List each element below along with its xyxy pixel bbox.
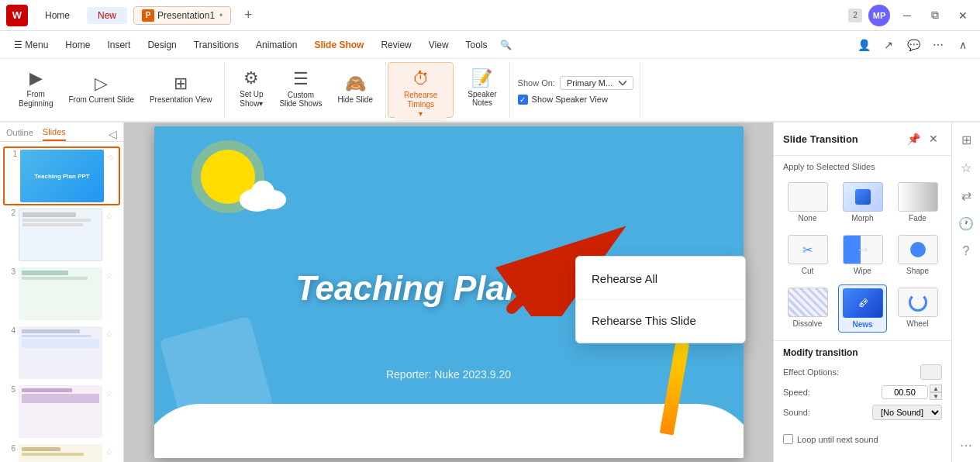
- set-up-show-button[interactable]: ⚙ Set Up Show▾: [233, 65, 270, 112]
- slide-item[interactable]: 5 ☆: [3, 384, 120, 440]
- star-icon[interactable]: ☆: [955, 157, 977, 178]
- rehearse-dropdown-menu: Rehearse All Rehearse This Slide: [575, 256, 746, 343]
- canvas-area: Teaching Plan PPT Reporter: Nuke 2023.9.…: [124, 122, 773, 462]
- collapse-panel-button[interactable]: ◁: [109, 128, 117, 140]
- slide-star-icon: ☆: [105, 212, 113, 222]
- slide-item[interactable]: 1 Teaching Plan PPT ☆: [3, 147, 120, 205]
- tab-outline[interactable]: Outline: [6, 128, 33, 140]
- loop-checkbox[interactable]: [783, 434, 793, 444]
- custom-shows-icon: ☰: [293, 69, 309, 89]
- menu-item-tools[interactable]: Tools: [458, 36, 495, 53]
- menu-item-menu[interactable]: ☰ Menu: [6, 36, 56, 53]
- search-icon[interactable]: 🔍: [500, 40, 512, 50]
- checkmark-icon: ✓: [519, 95, 526, 104]
- menu-item-insert[interactable]: Insert: [99, 36, 138, 53]
- close-panel-button[interactable]: ✕: [925, 130, 942, 147]
- filter-icon[interactable]: ⇄: [955, 184, 977, 206]
- file-tab[interactable]: P Presentation1 •: [133, 6, 231, 25]
- add-tab[interactable]: +: [237, 5, 259, 26]
- sound-dropdown[interactable]: [No Sound]: [872, 405, 942, 420]
- transition-wipe[interactable]: → Wipe: [838, 232, 887, 278]
- transition-fade-thumb: [898, 182, 938, 212]
- loop-label: Loop until next sound: [797, 435, 878, 444]
- speaker-view-label: Show Speaker View: [532, 95, 608, 104]
- speed-up-button[interactable]: ▲: [930, 384, 942, 392]
- transition-shape-thumb: [898, 235, 938, 264]
- transition-wheel[interactable]: Wheel: [893, 284, 942, 333]
- title-bar-left: W Home New P Presentation1 • +: [6, 5, 848, 26]
- apply-to-label: Apply to Selected Slides: [774, 156, 951, 174]
- slide-number: 3: [5, 267, 16, 276]
- slide-item[interactable]: 4 ☆: [3, 325, 120, 381]
- wipe-arrow-icon: →: [857, 243, 869, 257]
- transition-fade[interactable]: Fade: [893, 179, 942, 226]
- tab-home[interactable]: Home: [34, 7, 81, 24]
- history-icon[interactable]: 🕐: [955, 212, 977, 234]
- dropdown-divider: [576, 299, 745, 300]
- presentation-view-button[interactable]: ⊞ Presentation View: [143, 71, 218, 107]
- transition-none[interactable]: None: [783, 179, 832, 226]
- effect-options-row: Effect Options:: [783, 364, 942, 380]
- tab-slides[interactable]: Slides: [43, 127, 66, 141]
- comment-icon[interactable]: 💬: [902, 34, 924, 56]
- speed-row: Speed: ▲ ▼: [783, 384, 942, 400]
- from-current-button[interactable]: ▷ From Current Slide: [62, 71, 140, 107]
- show-on-dropdown[interactable]: Primary M...: [560, 76, 633, 90]
- transition-none-label: None: [799, 214, 817, 222]
- rehearse-this-slide-item[interactable]: Rehearse This Slide: [576, 303, 745, 338]
- custom-slide-shows-button[interactable]: ☰ CustomSlide Shows: [273, 66, 328, 111]
- menu-item-home[interactable]: Home: [57, 36, 98, 53]
- help-icon[interactable]: ?: [955, 240, 977, 262]
- effect-options-label: Effect Options:: [783, 367, 839, 377]
- loop-row: Loop until next sound: [774, 431, 951, 447]
- slide-item[interactable]: 6 ☆: [3, 443, 120, 462]
- ribbon-group-setup: ⚙ Set Up Show▾ ☰ CustomSlide Shows 🙈 Hid…: [226, 62, 386, 118]
- from-beginning-button[interactable]: ▶ From Beginning: [12, 65, 59, 112]
- slide-item[interactable]: 2 ☆: [3, 207, 120, 263]
- presentation-view-icon: ⊞: [174, 74, 188, 94]
- menu-item-transitions[interactable]: Transitions: [186, 36, 247, 53]
- pin-panel-button[interactable]: 📌: [905, 130, 922, 147]
- speed-down-button[interactable]: ▼: [930, 392, 942, 400]
- transition-shape[interactable]: Shape: [893, 232, 942, 278]
- rehearse-all-item[interactable]: Rehearse All: [576, 261, 745, 296]
- ribbon-group-timings: ⏱ Rehearse Timings ▾: [388, 62, 454, 118]
- more-icon[interactable]: ⋯: [927, 34, 949, 56]
- transition-dissolve-thumb: [788, 288, 828, 317]
- close-button[interactable]: ✕: [952, 5, 974, 26]
- speaker-view-checkbox-row[interactable]: ✓ Show Speaker View: [518, 95, 634, 105]
- panel-header: Slide Transition 📌 ✕: [774, 122, 951, 156]
- minimize-button[interactable]: ─: [896, 5, 918, 26]
- more-side-icon[interactable]: ⋯: [955, 434, 977, 456]
- avatar[interactable]: MP: [868, 5, 890, 26]
- rehearse-timings-icon: ⏱: [412, 69, 430, 89]
- slide-number: 6: [5, 444, 16, 453]
- menu-item-review[interactable]: Review: [373, 36, 419, 53]
- transition-morph[interactable]: Morph: [838, 179, 887, 226]
- slide-number: 1: [6, 150, 17, 158]
- menu-item-design[interactable]: Design: [140, 36, 184, 53]
- hide-slide-button[interactable]: 🙈 Hide Slide: [331, 71, 379, 107]
- slide-item[interactable]: 3 ☆: [3, 266, 120, 322]
- slide-star-icon: ☆: [105, 388, 113, 398]
- collapse-ribbon-icon[interactable]: ∧: [952, 34, 974, 56]
- maximize-button[interactable]: ⧉: [924, 5, 946, 26]
- share-icon[interactable]: 👤: [853, 34, 875, 56]
- rehearse-timings-button[interactable]: ⏱ Rehearse Timings ▾: [395, 66, 447, 121]
- panel-title: Slide Transition: [783, 133, 900, 145]
- speed-input[interactable]: [882, 385, 928, 399]
- speaker-notes-button[interactable]: 📝 SpeakerNotes: [461, 65, 502, 110]
- transition-news[interactable]: 🗞 News: [838, 284, 887, 333]
- sidebar-collapse-icon[interactable]: ⊞: [955, 129, 977, 150]
- ribbon-row-start: ▶ From Beginning ▷ From Current Slide ⊞ …: [12, 65, 218, 112]
- export-icon[interactable]: ↗: [878, 34, 899, 56]
- tab-new[interactable]: New: [87, 7, 127, 24]
- transition-dissolve[interactable]: Dissolve: [783, 284, 832, 333]
- transition-cut[interactable]: ✂ Cut: [783, 232, 832, 278]
- menu-item-view[interactable]: View: [421, 36, 457, 53]
- wps-logo[interactable]: W: [6, 5, 28, 26]
- effect-options-box[interactable]: [920, 364, 942, 380]
- menu-item-animation[interactable]: Animation: [248, 36, 305, 53]
- speaker-view-checkbox[interactable]: ✓: [518, 95, 528, 105]
- menu-item-slideshow[interactable]: Slide Show: [306, 36, 371, 53]
